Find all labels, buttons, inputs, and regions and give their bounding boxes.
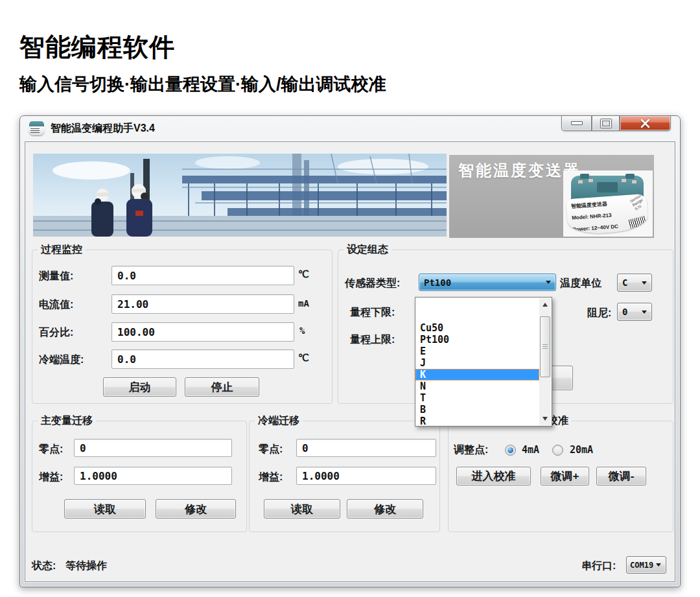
main-read-button[interactable]: 读取 bbox=[64, 499, 146, 519]
serial-port-label: 串行口: bbox=[581, 559, 616, 573]
sensor-type-value: Pt100 bbox=[419, 277, 546, 288]
title-bar[interactable]: 智能温变编程助手V3.4 bbox=[20, 116, 680, 141]
scroll-down-icon bbox=[542, 417, 548, 421]
measured-value-field[interactable]: 0.0 bbox=[111, 266, 294, 285]
dropdown-item-J[interactable]: J bbox=[415, 357, 539, 369]
temp-unit-combo[interactable]: C bbox=[617, 274, 652, 292]
maximize-icon bbox=[601, 119, 611, 128]
device-label-line2: Model: NHR-213 bbox=[567, 213, 612, 222]
damping-combo[interactable]: 0 bbox=[617, 303, 652, 321]
window-client-area: 智能温度变送器 智能温度变送器 Model: NHR-213 bbox=[25, 141, 675, 582]
fine-tune-minus-button[interactable]: 微调- bbox=[596, 467, 646, 486]
group-process-monitor: 过程监控 测量值: 0.0 ℃ 电流值: 21.00 mA 百分比: 100.0… bbox=[32, 250, 332, 404]
temp-unit-label: 温度单位 bbox=[560, 277, 601, 290]
status-value: 等待操作 bbox=[65, 559, 107, 573]
gain-label: 增益: bbox=[259, 471, 283, 484]
damping-label: 阻尼: bbox=[587, 307, 611, 320]
percent-label: 百分比: bbox=[39, 326, 73, 340]
radio-4ma[interactable] bbox=[505, 445, 516, 456]
cold-modify-button[interactable]: 修改 bbox=[347, 499, 423, 519]
measured-value-label: 测量值: bbox=[39, 270, 73, 283]
dropdown-item-N[interactable]: N bbox=[415, 380, 539, 392]
range-high-label: 量程上限: bbox=[350, 333, 395, 347]
main-modify-button[interactable]: 修改 bbox=[156, 499, 236, 519]
cold-read-button[interactable]: 读取 bbox=[264, 499, 340, 519]
radio-4ma-label[interactable]: 4mA bbox=[522, 444, 539, 456]
enter-calibration-button[interactable]: 进入校准 bbox=[456, 467, 531, 486]
page-title: 智能编程软件 bbox=[19, 30, 175, 65]
group-cold-shift: 冷端迁移 零点: 0 增益: 1.0000 读取 修改 bbox=[249, 421, 440, 532]
device-barcode bbox=[629, 216, 648, 229]
device-label-line4: Output: 4~20mA(dc) bbox=[568, 235, 623, 235]
cold-junction-temp-label: 冷端温度: bbox=[39, 353, 84, 367]
stop-button[interactable]: 停止 bbox=[185, 377, 259, 397]
measured-value-unit: ℃ bbox=[298, 268, 309, 280]
radio-20ma[interactable] bbox=[552, 445, 563, 456]
radio-20ma-label[interactable]: 20mA bbox=[570, 444, 593, 456]
chevron-down-icon bbox=[546, 281, 551, 284]
minimize-button[interactable] bbox=[561, 116, 592, 131]
fine-tune-plus-button[interactable]: 微调+ bbox=[541, 467, 589, 486]
zero-label: 零点: bbox=[39, 443, 63, 456]
device-label: 智能温度变送器 Model: NHR-213 Power: 12~40V DC … bbox=[566, 194, 649, 236]
dropdown-items: Cu50Pt100EJKNTBR bbox=[415, 299, 552, 427]
page-root: 智能编程软件 输入信号切换·输出量程设置·输入/输出调试校准 智能温变编程助手V… bbox=[0, 0, 700, 597]
temp-unit-value: C bbox=[618, 277, 642, 288]
dropdown-item-blank[interactable] bbox=[415, 299, 539, 310]
percent-field[interactable]: 100.00 bbox=[111, 322, 294, 342]
banner-photo bbox=[33, 154, 447, 237]
start-button[interactable]: 启动 bbox=[103, 377, 176, 397]
scrollbar-thumb[interactable] bbox=[540, 316, 550, 377]
app-window: 智能温变编程助手V3.4 bbox=[19, 115, 681, 587]
dropdown-item-blank[interactable] bbox=[415, 310, 539, 322]
device-label-line1: 智能温度变送器 bbox=[566, 198, 607, 209]
sensor-type-dropdown-list[interactable]: Cu50Pt100EJKNTBR bbox=[415, 297, 552, 427]
group-title: 主变量迁移 bbox=[38, 414, 96, 428]
scroll-up-button[interactable] bbox=[539, 299, 551, 310]
cold-junction-temp-unit: ℃ bbox=[298, 352, 309, 364]
current-value-label: 电流值: bbox=[39, 298, 73, 312]
dropdown-item-Pt100[interactable]: Pt100 bbox=[415, 334, 539, 345]
sensor-type-combo[interactable]: Pt100 bbox=[419, 274, 556, 291]
maximize-button[interactable] bbox=[592, 116, 620, 131]
status-bar: 状态: 等待操作 串行口: COM19 bbox=[25, 550, 675, 581]
cold-gain-field[interactable]: 1.0000 bbox=[296, 467, 436, 485]
minimize-icon bbox=[571, 121, 583, 125]
dropdown-item-E[interactable]: E bbox=[415, 345, 539, 357]
scrollbar-grip-icon bbox=[542, 344, 548, 349]
status-label: 状态: bbox=[32, 559, 56, 573]
dropdown-item-Cu50[interactable]: Cu50 bbox=[415, 322, 539, 334]
window-controls bbox=[561, 116, 671, 131]
cold-zero-field[interactable]: 0 bbox=[296, 439, 436, 457]
close-icon bbox=[640, 119, 650, 128]
dropdown-scrollbar[interactable] bbox=[539, 298, 551, 425]
dropdown-item-T[interactable]: T bbox=[415, 392, 539, 404]
damping-value: 0 bbox=[618, 307, 642, 317]
group-title: 冷端迁移 bbox=[255, 414, 303, 428]
serial-port-combo[interactable]: COM19 bbox=[626, 556, 666, 574]
sensor-type-label: 传感器类型: bbox=[345, 277, 400, 290]
chevron-down-icon bbox=[656, 563, 661, 567]
cold-junction-temp-field[interactable]: 0.0 bbox=[111, 349, 294, 369]
main-zero-field[interactable]: 0 bbox=[74, 439, 232, 457]
dropdown-item-B[interactable]: B bbox=[415, 404, 539, 416]
product-photo: 智能温度变送器 Model: NHR-213 Power: 12~40V DC … bbox=[563, 170, 653, 237]
close-button[interactable] bbox=[620, 116, 671, 131]
page-subtitle: 输入信号切换·输出量程设置·输入/输出调试校准 bbox=[19, 73, 386, 96]
main-gain-field[interactable]: 1.0000 bbox=[74, 467, 232, 485]
adjust-point-label: 调整点: bbox=[454, 443, 488, 457]
group-calibration: 4-20mA输出调整校准 调整点: 4mA 20mA 进入校准 微调+ 微调- bbox=[448, 421, 673, 532]
device-label-line3: Power: 12~40V DC bbox=[568, 224, 618, 233]
current-value-field[interactable]: 21.00 bbox=[111, 294, 294, 314]
chevron-down-icon bbox=[642, 310, 647, 314]
scroll-down-button[interactable] bbox=[539, 414, 551, 424]
range-low-label: 量程下限: bbox=[350, 306, 395, 320]
chevron-down-icon bbox=[642, 281, 647, 285]
group-title: 过程监控 bbox=[38, 243, 86, 257]
percent-unit: % bbox=[299, 325, 305, 336]
dropdown-item-K[interactable]: K bbox=[415, 369, 539, 380]
window-title: 智能温变编程助手V3.4 bbox=[51, 122, 155, 135]
scroll-up-icon bbox=[542, 303, 548, 307]
dropdown-item-R[interactable]: R bbox=[415, 416, 539, 427]
banner-product-panel: 智能温度变送器 智能温度变送器 Model: NHR-213 bbox=[449, 155, 654, 238]
